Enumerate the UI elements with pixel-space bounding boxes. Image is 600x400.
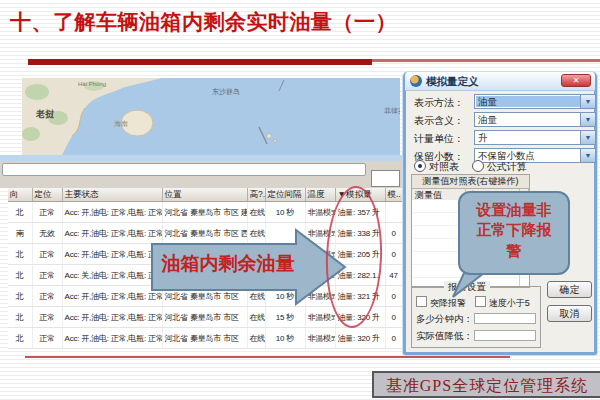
table-cell: 正常: [32, 286, 62, 307]
table-cell: 非温模式: [305, 328, 335, 349]
table-cell: Acc: 开,油电: 正常,电瓶: 正常...: [62, 286, 162, 307]
slide: 十、了解车辆油箱内剩余实时油量（一） 老挝 Hải Phòng 海南 东沙群岛 …: [0, 0, 600, 400]
table-cell: [385, 202, 402, 223]
table-header-cell[interactable]: 向: [8, 188, 32, 202]
table-header-cell[interactable]: 位置: [162, 188, 247, 202]
field-label: 表示含义：: [414, 114, 464, 128]
bubble-text-line: 正常下降报: [460, 220, 568, 240]
table-header-cell[interactable]: 高?..: [247, 188, 265, 202]
table-cell: Acc: 开,油电: 正常,电瓶: 正常...: [62, 328, 162, 349]
title-divider-thin: [372, 59, 600, 62]
table-row[interactable]: 北正常Acc: 开,油电: 正常,电瓶: 正常...河北省 秦皇岛市 市区在线1…: [8, 328, 402, 349]
table-cell: 北: [8, 286, 32, 307]
table-cell: 0: [385, 307, 402, 328]
table-header-cell[interactable]: 定位: [32, 188, 62, 202]
table-cell: 河北省 秦皇岛市 市区: [162, 307, 247, 328]
value-drop-input[interactable]: [474, 330, 536, 341]
minutes-row: 多少分钟内：: [416, 313, 540, 326]
value-drop-row: 实际值降低：: [416, 330, 540, 343]
table-cell: 河北省 秦皇岛市 市区 建城大..: [162, 202, 247, 223]
table-cell: 河北省 秦皇岛市 市区: [162, 328, 247, 349]
alarm-bubble-callout: 设置油量非 正常下降报 警: [458, 191, 570, 275]
unit-dropdown[interactable]: 升 ▼: [474, 130, 596, 145]
table-header-cell[interactable]: 主要状态: [62, 188, 162, 202]
table-header-cell[interactable]: 温度: [305, 188, 335, 202]
app-icon: [410, 75, 422, 87]
table-cell: 0: [385, 286, 402, 307]
minutes-input[interactable]: [474, 313, 536, 324]
checkbox-label: 速度小于5: [489, 298, 530, 308]
table-cell: 正常: [32, 202, 62, 223]
close-icon[interactable]: ✕: [561, 74, 591, 87]
table-cell: 0: [385, 244, 402, 265]
field-row-meaning: 表示含义： 油量 ▼: [412, 112, 594, 128]
bubble-text-line: 设置油量非: [460, 200, 568, 220]
cancel-button[interactable]: 取消: [547, 305, 592, 322]
mini-panel[interactable]: [371, 170, 400, 187]
table-cell: 正常: [32, 328, 62, 349]
table-cell: 47: [385, 265, 402, 286]
dropdown-value: 油量: [476, 96, 580, 107]
table-cell: Acc: 关,油电: 正常,电瓶: 正常...: [62, 265, 162, 286]
sudden-drop-checkbox[interactable]: [416, 296, 427, 307]
map-label-haiphong: Hải Phòng: [78, 81, 106, 87]
fuel-arrow-callout: 油箱内剩余油量: [150, 227, 348, 307]
chevron-down-icon[interactable]: ▼: [580, 95, 595, 108]
map-label-hainan: 海南: [114, 119, 128, 129]
dialog-titlebar[interactable]: 模拟量定义 ✕: [405, 72, 595, 91]
table-cell: 15 秒: [265, 307, 305, 328]
radio-lookup-table[interactable]: [414, 160, 426, 172]
table-cell: 0: [385, 328, 402, 349]
table-cell: 在线: [247, 307, 265, 328]
table-cell: 在线: [247, 328, 265, 349]
map-graphic: [22, 78, 400, 155]
meaning-dropdown[interactable]: 油量 ▼: [474, 112, 596, 127]
table-cell: 非温模式: [305, 307, 335, 328]
field-row-unit: 计量单位： 升 ▼: [412, 130, 594, 146]
field-label: 表示方法：: [414, 96, 464, 110]
table-header-cell[interactable]: 模..: [385, 188, 402, 202]
dropdown-value: 油量: [476, 114, 580, 125]
value-drop-label: 实际值降低：: [416, 330, 473, 341]
field-label: 计量单位：: [414, 132, 464, 146]
table-cell: 10 秒: [265, 328, 305, 349]
table-cell: 油量: 320 升: [335, 328, 385, 349]
method-dropdown[interactable]: 油量 ▼: [474, 94, 596, 109]
table-cell: 10 秒: [265, 202, 305, 223]
table-header-cell[interactable]: 定位间隔: [265, 188, 305, 202]
bottom-divider-line: [25, 356, 510, 358]
mode-radio-group: 对照表 公式计算: [414, 160, 594, 174]
toolbar-zone: [0, 161, 402, 188]
page-title: 十、了解车辆油箱内剩余实时油量（一）: [10, 8, 570, 36]
table-cell: Acc: 开,油电: 正常,电瓶: 正常...: [62, 202, 162, 223]
chevron-down-icon[interactable]: ▼: [580, 131, 595, 144]
table-cell: 正常: [32, 307, 62, 328]
dialog-title: 模拟量定义: [426, 75, 479, 89]
table-cell: Acc: 开,油电: 正常,电瓶: 正常...: [62, 223, 162, 244]
table-cell: Acc: 开,油电: 正常,电瓶: 正常...: [62, 307, 162, 328]
radio-label: 公式计算: [487, 161, 527, 172]
table-cell: 北: [8, 265, 32, 286]
minutes-label: 多少分钟内：: [416, 313, 473, 324]
fuel-arrow-label: 油箱内剩余油量: [158, 251, 298, 277]
radio-label: 对照表: [429, 161, 459, 172]
dropdown-value: 升: [476, 132, 580, 143]
toolbar-input[interactable]: [2, 163, 366, 176]
map-label-dongsha: 东沙群岛: [212, 87, 240, 97]
ok-button[interactable]: 确定: [547, 281, 592, 298]
table-cell: 北: [8, 202, 32, 223]
table-cell: 正常: [32, 244, 62, 265]
table-cell: 0: [385, 223, 402, 244]
table-cell: Acc: 开,油电: 正常,电瓶: 正常...: [62, 244, 162, 265]
table-cell: 北: [8, 307, 32, 328]
table-cell: 在线: [247, 202, 265, 223]
chevron-down-icon[interactable]: ▼: [580, 113, 595, 126]
bubble-text-line: 警: [460, 241, 568, 261]
analog-definition-dialog: 模拟量定义 ✕ 表示方法： 油量 ▼ 表示含义： 油量 ▼ 计量单位： 升 ▼: [403, 72, 597, 355]
field-row-method: 表示方法： 油量 ▼: [412, 94, 594, 110]
map-view[interactable]: 老挝 Hải Phòng 海南 东沙群岛 菲律宾: [22, 78, 400, 155]
table-cell: 北: [8, 244, 32, 265]
footer-brand-box: 基准GPS全球定位管理系统: [372, 371, 600, 398]
radio-formula[interactable]: [472, 160, 484, 172]
map-label-philippines: 菲律宾: [384, 106, 400, 116]
